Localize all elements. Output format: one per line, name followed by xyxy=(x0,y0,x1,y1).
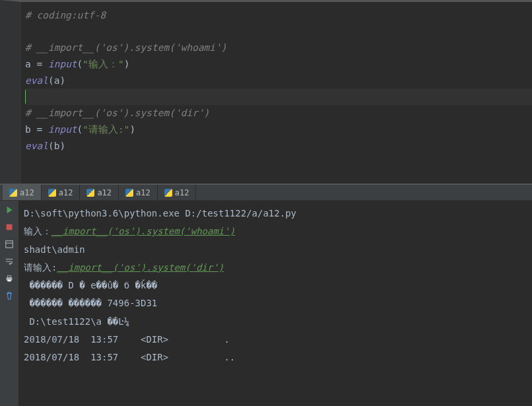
wrap-icon xyxy=(5,257,14,266)
variable: b xyxy=(25,124,31,135)
python-icon xyxy=(48,189,56,197)
builtin-fn: input xyxy=(48,124,77,135)
cursor-line xyxy=(25,88,532,105)
tab-a12[interactable]: a12 xyxy=(119,185,158,200)
stop-icon xyxy=(5,222,14,232)
soft-wrap-button[interactable] xyxy=(2,254,17,269)
python-icon xyxy=(9,189,17,197)
svg-rect-4 xyxy=(7,276,11,278)
variable: a xyxy=(25,59,31,69)
svg-rect-0 xyxy=(7,224,13,230)
code-editor[interactable]: # coding:utf-8 # __import__('os').system… xyxy=(0,0,532,184)
comment: # coding:utf-8 xyxy=(25,10,106,20)
console-panel: D:\soft\python3.6\python.exe D:/test1122… xyxy=(0,201,532,406)
comment: # __import__('os').system('dir') xyxy=(25,108,209,118)
dir-path: D:\test1122\a ��Ŀ¼ xyxy=(24,313,527,331)
print-icon xyxy=(5,274,14,283)
whoami-output: shadt\admin xyxy=(24,241,527,259)
tab-label: a12 xyxy=(20,188,34,197)
user-input: __import__('os').system('whoami') xyxy=(51,226,235,236)
code-content: # coding:utf-8 # __import__('os').system… xyxy=(21,7,532,170)
string-literal: "输入：" xyxy=(83,59,123,69)
trash-button[interactable] xyxy=(2,288,17,303)
layout-button[interactable] xyxy=(2,237,17,252)
tool-sidebar xyxy=(0,201,18,406)
dir-output: ������ D � e��û� б �ǩ�� xyxy=(24,277,527,294)
python-icon xyxy=(125,189,133,197)
prompt-label: 输入： xyxy=(24,226,51,236)
tab-a12[interactable]: a12 xyxy=(42,185,81,200)
dir-entry: <DIR> . xyxy=(118,334,230,345)
tab-label: a12 xyxy=(136,188,150,197)
svg-rect-5 xyxy=(7,280,11,282)
dir-output: ������ ������ 7496-3D31 xyxy=(24,294,527,312)
tab-label: a12 xyxy=(97,188,112,197)
svg-rect-1 xyxy=(6,241,13,248)
builtin-fn: eval xyxy=(25,75,48,86)
user-input: __import__('os').system('dir') xyxy=(57,262,224,273)
command-line: D:\soft\python3.6\python.exe D:/test1122… xyxy=(24,205,527,222)
python-icon xyxy=(164,189,172,197)
prompt-label: 请输入: xyxy=(24,262,57,273)
comment: # __import__('os').system('whoami') xyxy=(25,42,227,53)
dir-entry: <DIR> .. xyxy=(118,352,235,362)
string-literal: "请输入:" xyxy=(83,124,129,135)
trash-icon xyxy=(5,291,14,300)
builtin-fn: eval xyxy=(25,141,48,151)
stop-button[interactable] xyxy=(2,220,17,234)
play-icon xyxy=(5,205,14,215)
tab-a12[interactable]: a12 xyxy=(158,185,197,200)
console-output[interactable]: D:\soft\python3.6\python.exe D:/test1122… xyxy=(18,201,532,406)
tab-a12[interactable]: a12 xyxy=(3,185,42,200)
tab-a12[interactable]: a12 xyxy=(80,185,119,200)
print-button[interactable] xyxy=(2,271,17,286)
tab-label: a12 xyxy=(175,188,189,197)
python-icon xyxy=(86,189,94,197)
builtin-fn: input xyxy=(48,59,77,69)
dir-entry-date: 2018/07/18 13:57 xyxy=(24,334,118,345)
dir-entry-date: 2018/07/18 13:57 xyxy=(24,352,118,362)
rerun-button[interactable] xyxy=(2,203,17,217)
tab-label: a12 xyxy=(59,188,73,197)
layout-icon xyxy=(5,240,14,249)
run-tabs: a12 a12 a12 a12 a12 xyxy=(0,185,532,201)
